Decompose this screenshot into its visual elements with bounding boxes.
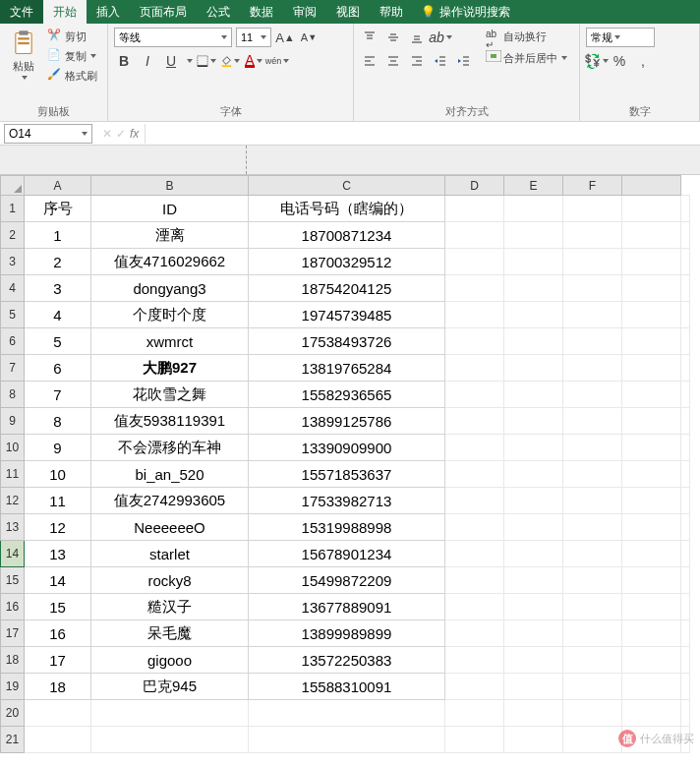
cell-B3[interactable]: 值友4716029662 — [91, 249, 249, 275]
cell-B4[interactable]: dongyang3 — [91, 275, 249, 302]
cell[interactable] — [622, 408, 681, 435]
cell[interactable] — [563, 196, 622, 222]
cell[interactable] — [563, 408, 622, 435]
cell[interactable] — [563, 488, 622, 514]
border-button[interactable] — [197, 51, 216, 71]
cancel-formula-icon[interactable]: ✕ — [102, 127, 112, 141]
row-header-5[interactable]: 5 — [1, 302, 25, 328]
cell[interactable] — [504, 435, 563, 461]
cell-C18[interactable]: 13572250383 — [249, 647, 445, 674]
cell[interactable] — [563, 382, 622, 408]
cell-C10[interactable]: 13390909900 — [249, 435, 445, 461]
italic-button[interactable]: I — [138, 51, 157, 71]
cell-C13[interactable]: 15319988998 — [249, 514, 445, 541]
cell-C12[interactable]: 17533982713 — [249, 488, 445, 514]
cell[interactable] — [622, 567, 681, 594]
align-middle-button[interactable] — [383, 28, 403, 47]
cell[interactable] — [622, 249, 681, 275]
cell[interactable] — [445, 620, 504, 647]
cell[interactable] — [563, 674, 622, 700]
cell[interactable] — [622, 674, 681, 700]
cell-C2[interactable]: 18700871234 — [249, 222, 445, 249]
cell[interactable] — [563, 328, 622, 355]
cell[interactable] — [445, 355, 504, 382]
cell-A10[interactable]: 9 — [25, 435, 91, 461]
cell-C8[interactable]: 15582936565 — [249, 382, 445, 408]
cell-B2[interactable]: 湮离 — [91, 222, 249, 249]
cell[interactable] — [563, 541, 622, 567]
row-header-18[interactable]: 18 — [1, 647, 25, 674]
row-header-13[interactable]: 13 — [1, 514, 25, 541]
cell-B18[interactable]: gigooo — [91, 647, 249, 674]
name-box[interactable]: O14 — [4, 124, 92, 144]
cell[interactable] — [504, 488, 563, 514]
accounting-format-button[interactable]: 💱 — [586, 51, 606, 71]
align-center-button[interactable] — [383, 51, 403, 71]
cell-A13[interactable]: 12 — [25, 514, 91, 541]
col-header-E[interactable]: E — [504, 176, 563, 196]
cell-A2[interactable]: 1 — [25, 222, 91, 249]
cell-A4[interactable]: 3 — [25, 275, 91, 302]
cell[interactable] — [622, 461, 681, 488]
cell-C15[interactable]: 15499872209 — [249, 567, 445, 594]
cell[interactable] — [445, 647, 504, 674]
cell-B14[interactable]: starlet — [91, 541, 249, 567]
cell[interactable] — [622, 382, 681, 408]
decrease-indent-button[interactable] — [431, 51, 450, 71]
row-header-1[interactable]: 1 — [1, 196, 25, 222]
align-bottom-button[interactable] — [407, 28, 427, 47]
cell[interactable] — [445, 302, 504, 328]
cell[interactable] — [504, 275, 563, 302]
row-header-21[interactable]: 21 — [1, 727, 25, 753]
cut-button[interactable]: ✂️ 剪切 — [45, 28, 99, 45]
cell[interactable] — [504, 382, 563, 408]
align-left-button[interactable] — [360, 51, 379, 71]
cell[interactable] — [622, 594, 681, 620]
cell-B19[interactable]: 巴克945 — [91, 674, 249, 700]
cell-A16[interactable]: 15 — [25, 594, 91, 620]
tab-review[interactable]: 审阅 — [283, 0, 326, 24]
row-header-14[interactable]: 14 — [1, 541, 25, 567]
cell-C17[interactable]: 13899989899 — [249, 620, 445, 647]
cell[interactable] — [504, 700, 563, 727]
row-header-19[interactable]: 19 — [1, 674, 25, 700]
cell-A17[interactable]: 16 — [25, 620, 91, 647]
cell[interactable] — [504, 674, 563, 700]
cell[interactable] — [445, 382, 504, 408]
cell[interactable] — [504, 541, 563, 567]
cell-A6[interactable]: 5 — [25, 328, 91, 355]
tab-insert[interactable]: 插入 — [87, 0, 130, 24]
cell-A9[interactable]: 8 — [25, 408, 91, 435]
cell-C1[interactable]: 电话号码（瞎编的） — [249, 196, 445, 222]
enter-formula-icon[interactable]: ✓ — [116, 127, 126, 141]
cell-B17[interactable]: 呆毛魔 — [91, 620, 249, 647]
tab-help[interactable]: 帮助 — [370, 0, 413, 24]
cell[interactable] — [445, 435, 504, 461]
cell[interactable] — [563, 647, 622, 674]
align-top-button[interactable] — [360, 28, 379, 47]
cell[interactable] — [504, 514, 563, 541]
cell-C6[interactable]: 17538493726 — [249, 328, 445, 355]
cell-A14[interactable]: 13 — [25, 541, 91, 567]
cell-A18[interactable]: 17 — [25, 647, 91, 674]
cell[interactable] — [445, 700, 504, 727]
col-header-C[interactable]: C — [249, 176, 445, 196]
cell[interactable] — [563, 435, 622, 461]
cell[interactable] — [622, 222, 681, 249]
cell-C19[interactable]: 15588310091 — [249, 674, 445, 700]
font-size-combo[interactable]: 11 — [236, 28, 271, 47]
cell-B12[interactable]: 值友2742993605 — [91, 488, 249, 514]
format-painter-button[interactable]: 🖌️ 格式刷 — [45, 67, 99, 85]
row-header-7[interactable]: 7 — [1, 355, 25, 382]
cell-C5[interactable]: 19745739485 — [249, 302, 445, 328]
cell[interactable] — [622, 275, 681, 302]
tell-me-search[interactable]: 💡 操作说明搜索 — [413, 0, 518, 24]
row-header-15[interactable]: 15 — [1, 567, 25, 594]
cell[interactable] — [445, 488, 504, 514]
cell-B9[interactable]: 值友5938119391 — [91, 408, 249, 435]
cell[interactable] — [445, 674, 504, 700]
underline-button[interactable]: U — [161, 51, 181, 71]
cell[interactable] — [563, 594, 622, 620]
orientation-button[interactable]: ab — [431, 28, 450, 47]
cell[interactable] — [622, 620, 681, 647]
